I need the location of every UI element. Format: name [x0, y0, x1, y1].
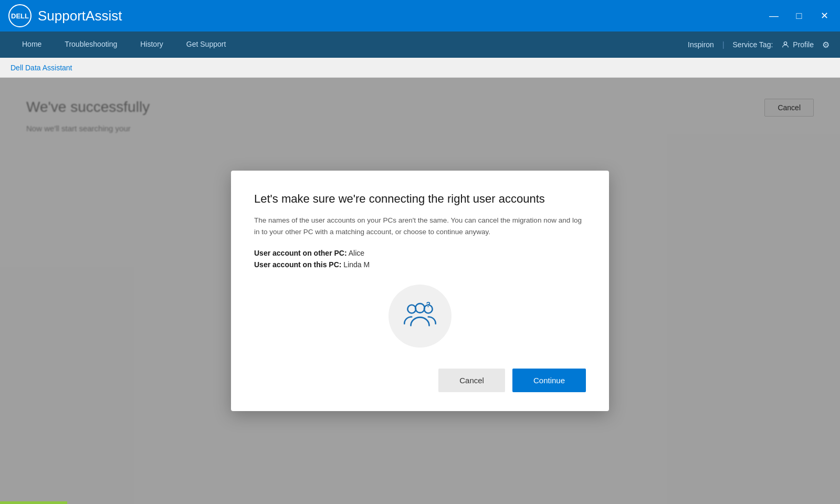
profile-button[interactable]: Profile — [781, 40, 814, 49]
user-account-this-label: User account on this PC: — [254, 260, 341, 269]
window-controls: — □ ✕ — [766, 10, 832, 22]
svg-point-1 — [407, 305, 416, 313]
modal-footer: Cancel Continue — [254, 369, 586, 392]
dell-logo: DELL — [8, 4, 32, 27]
icon-area: ? — [254, 285, 586, 348]
users-icon-circle: ? — [388, 285, 452, 348]
bottom-accent-bar — [0, 501, 840, 504]
modal-overlay: Let's make sure we're connecting the rig… — [0, 78, 840, 504]
profile-icon — [781, 40, 790, 49]
app-title: SupportAssist — [38, 8, 122, 24]
nav-item-history[interactable]: History — [129, 32, 175, 58]
nav-left: Home Troubleshooting History Get Support — [10, 32, 237, 58]
settings-icon[interactable]: ⚙ — [822, 40, 830, 50]
svg-point-0 — [784, 42, 787, 45]
breadcrumb: Dell Data Assistant — [10, 64, 72, 72]
modal-continue-button[interactable]: Continue — [512, 369, 586, 392]
user-account-other: User account on other PC: Alice — [254, 249, 586, 257]
profile-label: Profile — [793, 40, 814, 49]
close-button[interactable]: ✕ — [817, 10, 832, 22]
title-bar-left: DELL SupportAssist — [8, 4, 122, 27]
nav-right: Inspiron | Service Tag: Profile ⚙ — [688, 40, 830, 50]
nav-item-home[interactable]: Home — [10, 32, 53, 58]
nav-bar: Home Troubleshooting History Get Support… — [0, 32, 840, 58]
title-bar: DELL SupportAssist — □ ✕ — [0, 0, 840, 32]
user-accounts: User account on other PC: Alice User acc… — [254, 249, 586, 269]
users-icon: ? — [402, 297, 438, 335]
user-account-this: User account on this PC: Linda M — [254, 260, 586, 269]
modal-dialog: Let's make sure we're connecting the rig… — [231, 171, 609, 412]
nav-item-get-support[interactable]: Get Support — [175, 32, 238, 58]
breadcrumb-bar: Dell Data Assistant — [0, 58, 840, 78]
maximize-button[interactable]: □ — [792, 10, 806, 22]
user-account-other-label: User account on other PC: — [254, 249, 347, 257]
modal-title: Let's make sure we're connecting the rig… — [254, 192, 586, 207]
minimize-button[interactable]: — — [766, 10, 781, 22]
modal-cancel-button[interactable]: Cancel — [438, 369, 505, 392]
modal-description: The names of the user accounts on your P… — [254, 215, 586, 237]
user-account-other-value-text: Alice — [349, 249, 364, 257]
nav-item-troubleshooting[interactable]: Troubleshooting — [53, 32, 129, 58]
nav-divider: | — [722, 40, 724, 49]
service-tag-label: Service Tag: — [733, 40, 773, 49]
main-content: We've successfully Now we'll start searc… — [0, 78, 840, 504]
svg-point-3 — [415, 304, 425, 313]
user-account-this-value-text: Linda M — [343, 260, 370, 269]
device-name: Inspiron — [688, 40, 714, 49]
svg-text:?: ? — [426, 301, 430, 309]
